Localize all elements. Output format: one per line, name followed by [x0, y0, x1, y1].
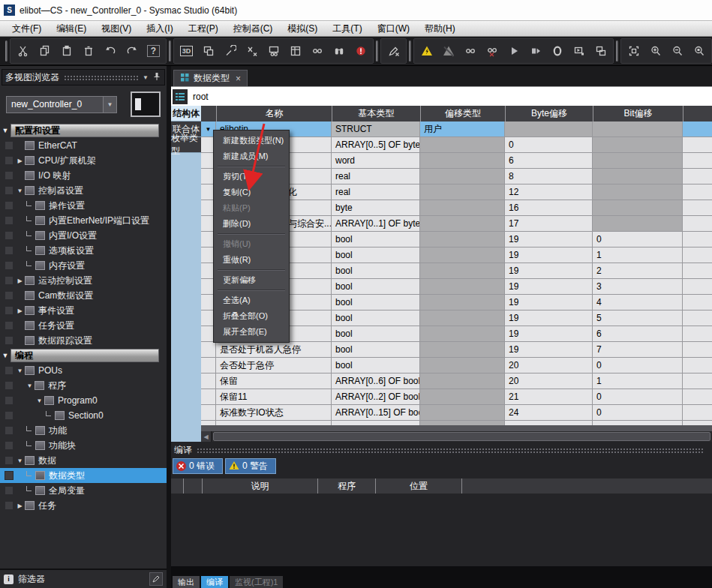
- row-marker-cell[interactable]: [201, 342, 216, 358]
- scrollbar-thumb[interactable]: [213, 432, 710, 441]
- menu-item-0[interactable]: 文件(F): [5, 21, 49, 36]
- table-row[interactable]: 会否处于急停bool200: [201, 358, 712, 374]
- bottom-tab-1[interactable]: 编译: [201, 576, 228, 588]
- tree-expander-icon[interactable]: ▼: [15, 458, 25, 464]
- cell-byte-offset[interactable]: 17: [505, 216, 593, 232]
- cell-bit-offset[interactable]: [593, 169, 683, 184]
- tree-item[interactable]: ▶任务: [0, 498, 167, 513]
- menu-item-8[interactable]: 窗口(W): [370, 21, 417, 36]
- cell-base-type[interactable]: bool: [332, 232, 420, 248]
- category-tab-0[interactable]: 结构体: [171, 106, 201, 122]
- io-table-icon[interactable]: [284, 40, 306, 62]
- cell-offset-type[interactable]: [420, 295, 505, 310]
- cell-offset-type[interactable]: [420, 389, 505, 405]
- column-header-0[interactable]: 名称: [216, 106, 332, 122]
- cell-base-type[interactable]: bool: [332, 263, 420, 279]
- build-icon[interactable]: [219, 40, 241, 62]
- simulation-pause-icon[interactable]: [590, 40, 611, 62]
- section-expander-icon[interactable]: ▼: [0, 127, 11, 134]
- cell-bit-offset[interactable]: 3: [593, 279, 683, 295]
- cell-bit-offset[interactable]: [593, 153, 683, 169]
- menu-item-2[interactable]: 视图(V): [94, 21, 139, 36]
- tree-expander-icon[interactable]: ▼: [35, 398, 44, 404]
- cell-bit-offset[interactable]: 0: [593, 405, 683, 421]
- cell-bit-offset[interactable]: 0: [593, 232, 683, 248]
- section-expander-icon[interactable]: ▼: [0, 352, 11, 359]
- cell-byte-offset[interactable]: [505, 122, 593, 137]
- tab-close-icon[interactable]: ×: [236, 74, 241, 84]
- cell-byte-offset[interactable]: 19: [505, 310, 593, 326]
- bottom-tab-0[interactable]: 输出: [173, 576, 200, 588]
- tree-expander-icon[interactable]: ▶: [15, 308, 25, 314]
- cell-base-type[interactable]: bool: [332, 326, 420, 342]
- tree-expander-icon[interactable]: ▼: [15, 188, 25, 194]
- cell-offset-type[interactable]: [420, 310, 505, 326]
- cell-name[interactable]: 是否处于机器人急停: [216, 342, 332, 358]
- simulation-icon[interactable]: [568, 40, 590, 62]
- tree-item[interactable]: ▼数据: [0, 453, 167, 468]
- tree-item[interactable]: ▼控制器设置: [0, 183, 167, 198]
- controller-error-icon[interactable]: [350, 40, 371, 62]
- cell-name[interactable]: 保留: [216, 374, 332, 389]
- cell-bit-offset[interactable]: 2: [593, 263, 683, 279]
- delete-icon[interactable]: [77, 40, 99, 62]
- tree-item[interactable]: 全局变量: [0, 483, 167, 498]
- cell-offset-type[interactable]: [420, 326, 505, 342]
- edit-mode-icon[interactable]: [383, 40, 404, 62]
- cell-base-type[interactable]: byte: [332, 200, 420, 216]
- undo-icon[interactable]: [99, 40, 121, 62]
- cell-bit-offset[interactable]: 1: [593, 248, 683, 263]
- cell-offset-type[interactable]: [420, 169, 505, 184]
- tree-item[interactable]: ▼POUs: [0, 363, 167, 378]
- menu-item-3[interactable]: 插入(I): [139, 21, 180, 36]
- cell-offset-type[interactable]: [420, 216, 505, 232]
- cell-offset-type[interactable]: [420, 405, 505, 421]
- cell-base-type[interactable]: ARRAY[0..6] OF bool: [332, 374, 420, 389]
- loop-icon[interactable]: [546, 40, 568, 62]
- cell-byte-offset[interactable]: 16: [505, 200, 593, 216]
- cell-byte-offset[interactable]: 19: [505, 326, 593, 342]
- tree-item[interactable]: 内置EtherNet/IP端口设置: [0, 213, 167, 228]
- cell-name[interactable]: 会否处于急停: [216, 358, 332, 374]
- cell-offset-type[interactable]: 用户: [420, 122, 505, 137]
- cell-base-type[interactable]: bool: [332, 295, 420, 310]
- context-menu-item[interactable]: 复制(C): [214, 184, 289, 200]
- tree-item[interactable]: 操作设置: [0, 198, 167, 213]
- tree-item[interactable]: 内存设置: [0, 258, 167, 273]
- cell-base-type[interactable]: bool: [332, 310, 420, 326]
- menu-item-9[interactable]: 帮助(H): [417, 21, 463, 36]
- menu-item-1[interactable]: 编辑(E): [49, 21, 94, 36]
- tree-item[interactable]: 数据跟踪设置: [0, 333, 167, 348]
- tree-item[interactable]: ▼程序: [0, 378, 167, 393]
- help-icon[interactable]: ?: [143, 40, 164, 62]
- cell-byte-offset[interactable]: 6: [505, 153, 593, 169]
- step-icon[interactable]: [524, 40, 546, 62]
- cell-byte-offset[interactable]: 19: [505, 248, 593, 263]
- tree-item[interactable]: I/O 映射: [0, 168, 167, 183]
- tree-item[interactable]: 功能块: [0, 438, 167, 453]
- column-header-3[interactable]: Byte偏移: [505, 106, 593, 122]
- cell-name[interactable]: 保留11: [216, 389, 332, 405]
- monitor-icon[interactable]: [306, 40, 328, 62]
- filter-bar[interactable]: i 筛选器: [0, 568, 167, 588]
- controller-dropdown-arrow-icon[interactable]: ▼: [104, 96, 117, 113]
- controller-selector[interactable]: new_Controller_0 ▼: [6, 96, 117, 113]
- tree-expander-icon[interactable]: ▼: [15, 368, 25, 374]
- context-menu-item[interactable]: 剪切(T): [214, 169, 289, 184]
- cell-bit-offset[interactable]: 7: [593, 342, 683, 358]
- context-menu-item[interactable]: 删除(D): [214, 216, 289, 232]
- cell-byte-offset[interactable]: 21: [505, 389, 593, 405]
- cell-offset-type[interactable]: [420, 358, 505, 374]
- cell-bit-offset[interactable]: 0: [593, 389, 683, 405]
- cell-bit-offset[interactable]: 0: [593, 358, 683, 374]
- tree-item[interactable]: 功能: [0, 423, 167, 438]
- tree-item[interactable]: 选项板设置: [0, 243, 167, 258]
- run-icon[interactable]: [503, 40, 524, 62]
- tree-expander-icon[interactable]: ▶: [15, 158, 25, 164]
- cell-offset-type[interactable]: [420, 153, 505, 169]
- cell-byte-offset[interactable]: 12: [505, 184, 593, 200]
- cell-base-type[interactable]: real: [332, 184, 420, 200]
- cell-bit-offset[interactable]: 5: [593, 310, 683, 326]
- cell-bit-offset[interactable]: [593, 200, 683, 216]
- menu-item-5[interactable]: 控制器(C): [226, 21, 281, 36]
